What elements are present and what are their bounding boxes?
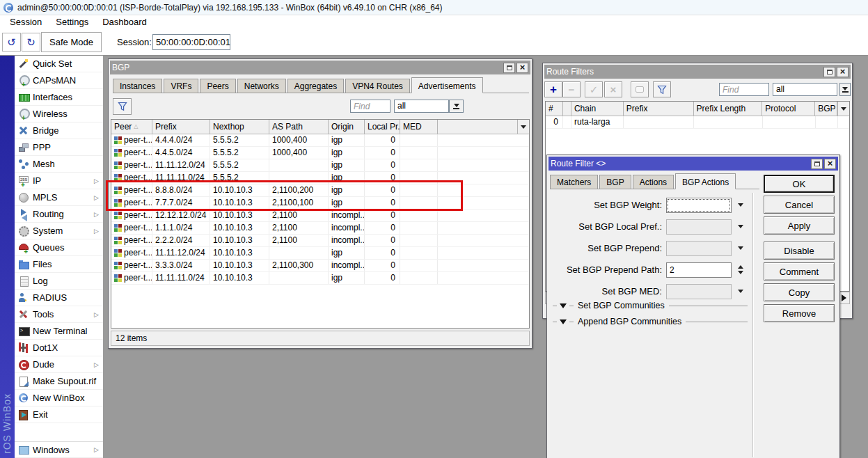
column-header-prefix-length[interactable]: Prefix Length — [694, 102, 763, 116]
add-button[interactable]: + — [544, 81, 562, 97]
table-row[interactable]: 0ruta-larga — [546, 116, 849, 129]
sidebar-item-new-terminal[interactable]: New Terminal — [15, 323, 103, 340]
field-input-set-bgp-prepend-path[interactable]: 2 — [666, 262, 732, 278]
column-header-chain[interactable]: Chain — [571, 102, 624, 116]
sidebar-item-mesh[interactable]: Mesh — [15, 156, 103, 173]
dropdown-arrow-icon[interactable] — [738, 290, 743, 293]
close-button[interactable]: × — [516, 63, 528, 73]
maximize-button[interactable] — [811, 159, 823, 169]
column-header-prefix[interactable]: Prefix — [152, 120, 210, 134]
tab-actions[interactable]: Actions — [633, 175, 674, 189]
column-header-bgp[interactable]: BGP — [815, 102, 837, 116]
sidebar-item-wireless[interactable]: Wireless — [15, 106, 103, 123]
remove-button[interactable]: − — [562, 81, 581, 97]
sidebar-item-queues[interactable]: Queues — [15, 239, 103, 256]
safe-mode-button[interactable]: Safe Mode — [41, 32, 102, 52]
sidebar-item-ip[interactable]: IP▷ — [15, 173, 103, 189]
copy-button[interactable]: Copy — [764, 283, 835, 301]
route-filters-titlebar[interactable]: Route Filters × — [544, 65, 851, 79]
sidebar-item-mpls[interactable]: MPLS▷ — [15, 189, 103, 206]
section-header-set-bgp-communities[interactable]: Set BGP Communities — [553, 300, 748, 311]
column-header-peer[interactable]: Peer△ — [111, 120, 152, 134]
filter-scope-select[interactable]: all — [394, 100, 449, 113]
find-input[interactable] — [350, 100, 390, 113]
section-header-append-bgp-communities[interactable]: Append BGP Communities — [553, 316, 748, 327]
sidebar-item-routing[interactable]: Routing▷ — [15, 206, 103, 223]
column-header-as-path[interactable]: AS Path — [269, 120, 329, 134]
tab-vpn4-routes[interactable]: VPN4 Routes — [345, 79, 410, 93]
route-filter-dialog-titlebar[interactable]: Route Filter <> × — [549, 157, 838, 171]
column-header-protocol[interactable]: Protocol — [762, 102, 815, 116]
bgp-window-titlebar[interactable]: BGP × — [110, 61, 530, 74]
dropdown-arrow-icon[interactable] — [738, 225, 743, 228]
filter-scope-dropdown-button[interactable] — [839, 83, 851, 96]
table-row[interactable]: peer-t...12.12.12.0/2410.10.10.32,1100in… — [111, 210, 529, 222]
tab-peers[interactable]: Peers — [200, 79, 235, 93]
table-row[interactable]: peer-t...3.3.3.0/2410.10.10.32,1100,300i… — [111, 260, 529, 272]
apply-button[interactable]: Apply — [764, 216, 835, 235]
close-button[interactable]: × — [824, 159, 836, 169]
sidebar-item-dot1x[interactable]: Dot1X — [15, 340, 103, 356]
disable-button[interactable]: × — [604, 81, 622, 97]
sidebar-item-files[interactable]: Files — [15, 256, 103, 273]
column-header-med[interactable]: MED — [400, 120, 438, 134]
table-row[interactable]: peer-t...7.7.7.0/2410.10.10.32,1100,100i… — [111, 197, 529, 210]
sidebar-item-log[interactable]: Log — [15, 273, 103, 290]
dropdown-arrow-icon[interactable] — [738, 203, 743, 207]
filter-button[interactable] — [653, 81, 671, 97]
sidebar-item-new-winbox[interactable]: New WinBox — [15, 390, 103, 406]
tab-matchers[interactable]: Matchers — [550, 175, 598, 189]
field-input-set-bgp-local-pref[interactable] — [666, 219, 732, 235]
comment-button[interactable]: Comment — [764, 262, 835, 281]
redo-button[interactable]: ↻ — [22, 33, 40, 52]
sidebar-item-make-supout-rif[interactable]: Make Supout.rif — [15, 373, 103, 390]
remove-button[interactable]: Remove — [764, 304, 835, 322]
field-input-set-bgp-prepend[interactable] — [666, 241, 732, 256]
table-row[interactable]: peer-t...11.11.12.0/245.5.5.2igp0 — [111, 159, 529, 172]
filter-button[interactable] — [113, 98, 132, 115]
sidebar-item-quick-set[interactable]: Quick Set — [15, 56, 103, 72]
sidebar-item-system[interactable]: System▷ — [15, 223, 103, 239]
column-header-local-pr[interactable]: Local Pr... — [365, 120, 400, 134]
sidebar-item-windows[interactable]: Windows▷ — [15, 441, 103, 458]
sidebar-item-radius[interactable]: RADIUS — [15, 290, 103, 306]
sidebar-item-dude[interactable]: Dude▷ — [15, 356, 103, 373]
tab-instances[interactable]: Instances — [113, 79, 162, 93]
table-row[interactable]: peer-t...2.2.2.0/2410.10.10.32,1100incom… — [111, 235, 529, 247]
column-header-[interactable]: # — [546, 102, 563, 116]
menu-item-dashboard[interactable]: Dashboard — [95, 15, 154, 29]
dropdown-arrow-icon[interactable] — [738, 246, 743, 250]
sidebar-item-exit[interactable]: Exit — [15, 406, 103, 423]
sidebar-item-capsman[interactable]: CAPsMAN — [15, 72, 103, 89]
maximize-button[interactable] — [503, 63, 515, 73]
column-header-nexthop[interactable]: Nexthop — [210, 120, 269, 134]
find-input[interactable] — [719, 83, 769, 96]
close-button[interactable]: × — [837, 67, 849, 77]
tab-bgp[interactable]: BGP — [599, 175, 631, 189]
disable-button[interactable]: Disable — [764, 242, 835, 260]
undo-button[interactable]: ↺ — [2, 33, 21, 52]
tab-advertisements[interactable]: Advertisements — [411, 77, 483, 93]
sidebar-item-interfaces[interactable]: Interfaces — [15, 89, 103, 106]
field-input-set-bgp-weight[interactable] — [666, 198, 732, 213]
tab-bgp-actions[interactable]: BGP Actions — [675, 173, 736, 189]
table-row[interactable]: peer-t...11.11.11.0/245.5.5.2igp0 — [111, 172, 529, 184]
field-input-set-bgp-med[interactable] — [666, 284, 732, 299]
filter-scope-select[interactable]: all — [773, 83, 837, 96]
maximize-button[interactable] — [823, 67, 835, 77]
session-value-box[interactable]: 50:00:00:0D:00:01 — [152, 34, 230, 50]
ok-button[interactable]: OK — [764, 175, 835, 193]
filter-scope-dropdown-button[interactable] — [449, 100, 464, 113]
tab-aggregates[interactable]: Aggregates — [287, 79, 344, 93]
spinner-control[interactable] — [738, 265, 743, 274]
enable-button[interactable]: ✓ — [585, 81, 603, 97]
sidebar-item-ppp[interactable]: PPP — [15, 139, 103, 156]
sidebar-item-tools[interactable]: Tools▷ — [15, 306, 103, 323]
column-select-button[interactable] — [837, 102, 849, 116]
table-row[interactable]: peer-t...4.4.4.0/245.5.5.21000,400igp0 — [111, 134, 529, 147]
table-row[interactable]: peer-t...11.11.12.0/2410.10.10.3igp0 — [111, 247, 529, 260]
tab-vrfs[interactable]: VRFs — [164, 79, 198, 93]
tab-networks[interactable]: Networks — [237, 79, 286, 93]
column-header-prefix[interactable]: Prefix — [624, 102, 694, 116]
column-header-origin[interactable]: Origin — [329, 120, 365, 134]
